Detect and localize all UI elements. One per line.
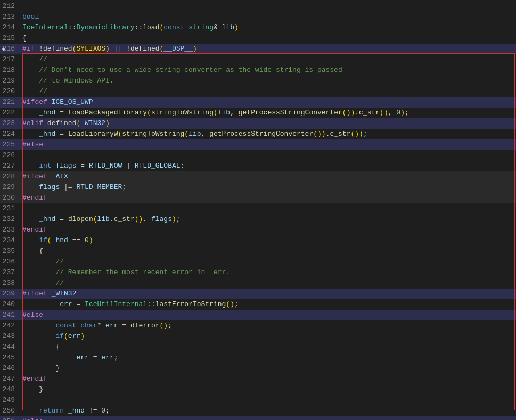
line-content-221: #ifdef ICE_OS_UWP [19, 97, 516, 108]
line-content-244: { [19, 342, 516, 352]
line-num-217: 217 [0, 54, 19, 65]
line-num-240: 240 [0, 299, 19, 310]
line-content-233: #endif [19, 225, 516, 235]
line-num-246: 246 [0, 363, 19, 374]
code-line-216: ◈ 216 #if !defined(SYLIXOS) || !defined(… [0, 44, 516, 54]
code-line-248: 248 } [0, 384, 516, 395]
line-num-221: 221 [0, 97, 19, 108]
line-num-224: 224 [0, 129, 19, 139]
line-num-218: 218 [0, 65, 19, 76]
line-content-232: _hnd = dlopen(lib.c_str(), flags); [19, 214, 516, 225]
line-content-251: #else [19, 416, 516, 420]
line-content-240: _err = IceUtilInternal::lastErrorToStrin… [19, 299, 516, 310]
line-num-237: 237 [0, 267, 19, 278]
line-num-212: 212 [0, 1, 19, 12]
code-line-227: 227 int flags = RTLD_NOW | RTLD_GLOBAL; [0, 161, 516, 171]
code-line-251: 251 #else [0, 416, 516, 420]
line-content-242: const char* err = dlerror(); [19, 320, 516, 331]
line-content-217: // [19, 54, 516, 65]
line-num-242: 242 [0, 320, 19, 331]
code-line-237: 237 // Remember the most recent error in… [0, 267, 516, 278]
line-content-230: #endif [19, 193, 516, 203]
code-line-223: 223 #elif defined(_WIN32) [0, 118, 516, 129]
code-line-213: 213 bool [0, 12, 516, 22]
line-num-251: 251 [0, 416, 19, 420]
line-content-216: #if !defined(SYLIXOS) || !defined(__DSP_… [19, 44, 516, 54]
line-content-213: bool [19, 12, 516, 22]
line-arrow-216: ◈ [0, 44, 7, 54]
line-content-234: if(_hnd == 0) [19, 235, 516, 246]
code-line-244: 244 { [0, 342, 516, 352]
line-num-239: 239 [0, 289, 19, 299]
code-line-219: 219 // to Windows API. [0, 76, 516, 86]
line-content-228: #ifdef _AIX [19, 171, 516, 182]
line-content-235: { [19, 246, 516, 257]
line-num-232: 232 [0, 214, 19, 225]
code-line-231: 231 [0, 203, 516, 214]
line-content-241: #else [19, 310, 516, 320]
line-num-243: 243 [0, 331, 19, 342]
line-num-250: 250 [0, 406, 19, 416]
line-content-245: _err = err; [19, 352, 516, 363]
code-line-232: 232 _hnd = dlopen(lib.c_str(), flags); [0, 214, 516, 225]
code-line-222: 222 _hnd = LoadPackagedLibrary(stringToW… [0, 108, 516, 118]
code-line-247: 247 #endif [0, 374, 516, 384]
line-content-237: // Remember the most recent error in _er… [19, 267, 516, 278]
line-content-225: #else [19, 139, 516, 150]
code-line-235: 235 { [0, 246, 516, 257]
line-num-215: 215 [0, 33, 19, 44]
line-num-236: 236 [0, 257, 19, 267]
line-content-246: } [19, 363, 516, 374]
line-content-219: // to Windows API. [19, 76, 516, 86]
line-num-233: 233 [0, 225, 19, 235]
line-content-222: _hnd = LoadPackagedLibrary(stringToWstri… [19, 108, 516, 118]
line-num-249: 249 [0, 395, 19, 406]
line-content-227: int flags = RTLD_NOW | RTLD_GLOBAL; [19, 161, 516, 171]
line-num-214: 214 [0, 22, 19, 33]
code-line-243: 243 if(err) [0, 331, 516, 342]
code-line-215: 215 { [0, 33, 516, 44]
line-content-248: } [19, 384, 516, 395]
line-content-215: { [19, 33, 516, 44]
line-num-219: 219 [0, 76, 19, 86]
code-line-217: 217 // [0, 54, 516, 65]
code-line-221: 221 #ifdef ICE_OS_UWP [0, 97, 516, 108]
line-num-248: 248 [0, 384, 19, 395]
code-line-249: 249 [0, 395, 516, 406]
line-num-227: 227 [0, 161, 19, 171]
line-num-213: 213 [0, 12, 19, 22]
code-line-250: 250 return _hnd != 0; [0, 406, 516, 416]
word-to: to [52, 77, 60, 85]
code-editor: 212 213 bool 214 IceInternal::DynamicLib… [0, 0, 516, 420]
line-content-223: #elif defined(_WIN32) [19, 118, 516, 129]
code-line-230: 230 #endif [0, 193, 516, 203]
line-num-231: 231 [0, 203, 19, 214]
line-num-220: 220 [0, 86, 19, 97]
code-line-226: 226 [0, 150, 516, 161]
line-content-250: return _hnd != 0; [19, 406, 516, 416]
code-line-240: 240 _err = IceUtilInternal::lastErrorToS… [0, 299, 516, 310]
line-num-238: 238 [0, 278, 19, 289]
line-num-241: 241 [0, 310, 19, 320]
line-content-214: IceInternal::DynamicLibrary::load(const … [19, 22, 516, 33]
code-line-239: 239 #ifdef _WIN32 [0, 289, 516, 299]
code-line-241: 241 #else [0, 310, 516, 320]
line-content-218: // Don't need to use a wide string conve… [19, 65, 516, 76]
line-content-238: // [19, 278, 516, 289]
code-line-212: 212 [0, 1, 516, 12]
line-content-247: #endif [19, 374, 516, 384]
line-num-228: 228 [0, 171, 19, 182]
line-num-235: 235 [0, 246, 19, 257]
line-content-243: if(err) [19, 331, 516, 342]
line-num-222: 222 [0, 108, 19, 118]
line-num-230: 230 [0, 193, 19, 203]
code-line-229: 229 flags |= RTLD_MEMBER; [0, 182, 516, 193]
code-line-238: 238 // [0, 278, 516, 289]
line-content-239: #ifdef _WIN32 [19, 289, 516, 299]
line-num-229: 229 [0, 182, 19, 193]
line-num-226: 226 [0, 150, 19, 161]
code-line-234: 234 if(_hnd == 0) [0, 235, 516, 246]
line-content-220: // [19, 86, 516, 97]
code-line-224: 224 _hnd = LoadLibraryW(stringToWstring(… [0, 129, 516, 139]
line-num-223: 223 [0, 118, 19, 129]
